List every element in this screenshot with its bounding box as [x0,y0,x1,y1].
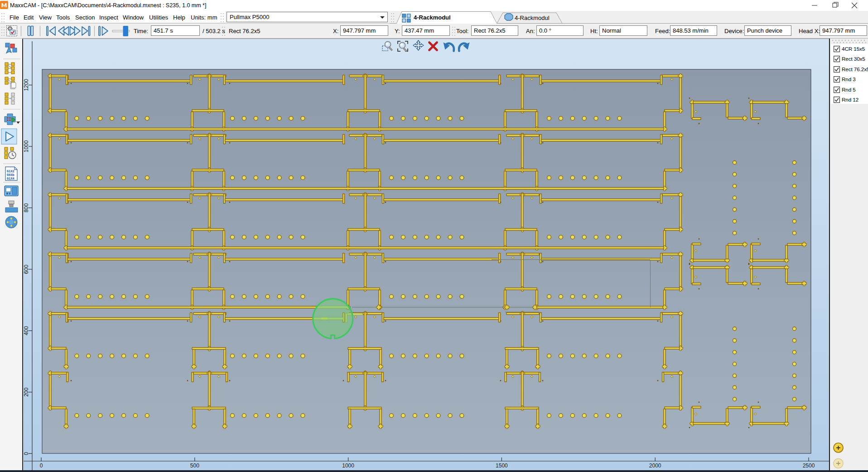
svg-text:0: 0 [40,462,43,469]
svg-text:G1X4: G1X4 [7,177,14,180]
svg-text:600: 600 [23,265,29,274]
svg-text:0: 0 [23,452,29,455]
svg-text:1000: 1000 [23,140,29,152]
svg-text:800: 800 [23,203,29,212]
svg-text:2000: 2000 [649,462,661,469]
svg-text:1500: 1500 [496,462,508,469]
svg-text:400: 400 [23,326,29,335]
svg-text:500: 500 [190,462,199,469]
svg-text:2500: 2500 [803,462,815,469]
svg-text:200: 200 [23,387,29,396]
svg-text:G1X2: G1X2 [7,170,14,173]
svg-text:1200: 1200 [23,79,29,91]
svg-text:G0Xb: G0Xb [7,173,14,177]
svg-text:1000: 1000 [342,462,354,469]
